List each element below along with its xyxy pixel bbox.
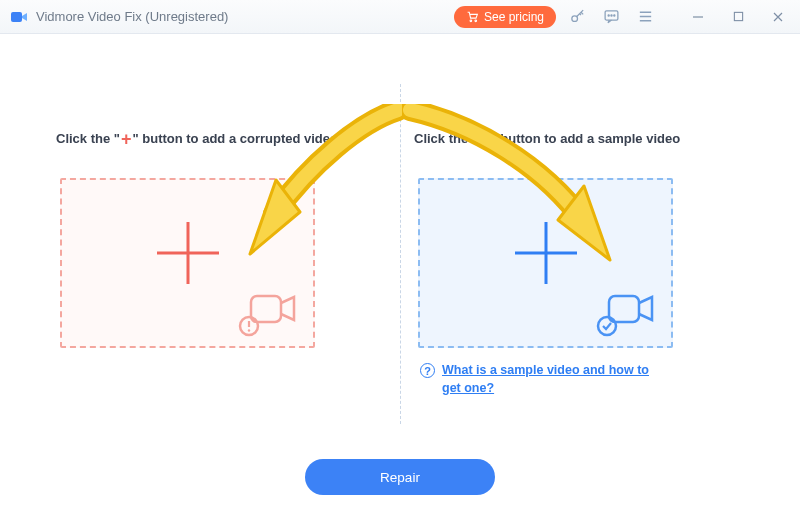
corrupted-video-label: Click the "+" button to add a corrupted … xyxy=(56,129,386,150)
sample-video-pane: Click the "+" button to add a sample vid… xyxy=(414,129,744,397)
app-title: Vidmore Video Fix (Unregistered) xyxy=(36,9,228,24)
repair-button[interactable]: Repair xyxy=(305,459,495,495)
app-logo-icon xyxy=(10,8,28,26)
titlebar: Vidmore Video Fix (Unregistered) See pri… xyxy=(0,0,800,34)
main-area: Click the "+" button to add a corrupted … xyxy=(0,34,800,515)
plus-icon xyxy=(151,216,225,290)
menu-icon[interactable] xyxy=(632,4,658,30)
sample-video-label: Click the "+" button to add a sample vid… xyxy=(414,129,744,150)
see-pricing-button[interactable]: See pricing xyxy=(454,6,556,28)
maximize-button[interactable] xyxy=(722,4,754,30)
plus-icon: + xyxy=(478,129,491,149)
corrupted-video-pane: Click the "+" button to add a corrupted … xyxy=(56,129,386,348)
sample-help-row: ? What is a sample video and how to get … xyxy=(420,362,670,397)
plus-icon xyxy=(509,216,583,290)
sample-video-help-link[interactable]: What is a sample video and how to get on… xyxy=(442,362,670,397)
svg-point-1 xyxy=(470,20,472,22)
svg-point-3 xyxy=(571,16,577,22)
svg-point-2 xyxy=(475,20,477,22)
camera-error-icon xyxy=(237,288,299,338)
add-sample-video-dropzone[interactable] xyxy=(418,178,673,348)
svg-point-5 xyxy=(608,15,609,16)
key-icon[interactable] xyxy=(564,4,590,30)
svg-point-11 xyxy=(248,329,250,331)
svg-rect-8 xyxy=(734,12,742,20)
plus-icon: + xyxy=(120,129,133,149)
help-icon: ? xyxy=(420,363,435,378)
svg-point-6 xyxy=(610,15,611,16)
camera-check-icon xyxy=(595,288,657,338)
see-pricing-label: See pricing xyxy=(484,10,544,24)
svg-point-7 xyxy=(613,15,614,16)
minimize-button[interactable] xyxy=(682,4,714,30)
close-button[interactable] xyxy=(762,4,794,30)
center-divider xyxy=(400,84,401,424)
svg-rect-0 xyxy=(11,12,22,22)
feedback-icon[interactable] xyxy=(598,4,624,30)
add-corrupted-video-dropzone[interactable] xyxy=(60,178,315,348)
svg-point-13 xyxy=(598,317,616,335)
